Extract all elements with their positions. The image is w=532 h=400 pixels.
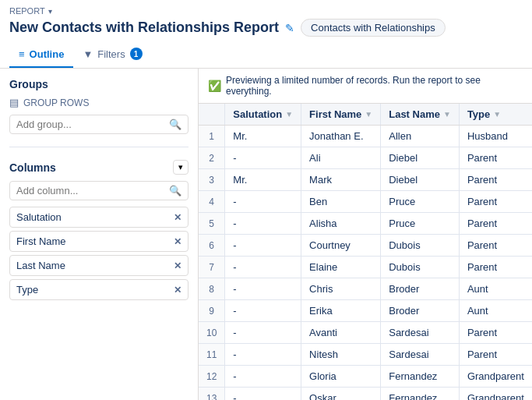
cell-firstname: Elaine bbox=[301, 257, 381, 278]
col-header-type[interactable]: Type ▼ bbox=[459, 104, 532, 126]
cell-salutation: - bbox=[225, 278, 301, 300]
cell-type: Parent bbox=[459, 213, 532, 235]
cell-firstname: Gloria bbox=[301, 366, 381, 388]
table-row: 8 - Chris Broder Aunt bbox=[199, 278, 532, 300]
row-number: 2 bbox=[199, 147, 225, 169]
columns-section: Columns ▾ 🔍 Salutation ✕ First Name ✕ La… bbox=[9, 160, 188, 300]
cell-salutation: - bbox=[225, 344, 301, 366]
section-divider bbox=[9, 147, 188, 147]
search-icon: 🔍 bbox=[169, 119, 181, 130]
cell-lastname: Allen bbox=[381, 126, 460, 147]
table-row: 6 - Courtney Dubois Parent bbox=[199, 235, 532, 257]
group-rows-label: ▤ GROUP ROWS bbox=[9, 97, 188, 108]
row-num-header bbox=[199, 104, 225, 126]
rows-icon: ▤ bbox=[9, 97, 19, 108]
remove-firstname-button[interactable]: ✕ bbox=[174, 236, 181, 247]
cell-lastname: Pruce bbox=[381, 191, 460, 213]
edit-icon[interactable]: ✎ bbox=[285, 22, 294, 34]
row-number: 8 bbox=[199, 278, 225, 300]
row-number: 13 bbox=[199, 388, 225, 401]
cell-lastname: Dubois bbox=[381, 257, 460, 278]
filter-count-badge: 1 bbox=[130, 48, 143, 60]
table-row: 1 Mr. Jonathan E. Allen Husband bbox=[199, 126, 532, 147]
cell-firstname: Ali bbox=[301, 147, 381, 169]
row-number: 9 bbox=[199, 300, 225, 322]
row-number: 12 bbox=[199, 366, 225, 388]
column-label: First Name bbox=[16, 235, 66, 247]
sort-icon-lastname: ▼ bbox=[443, 110, 451, 119]
cell-type: Grandparent bbox=[459, 366, 532, 388]
chevron-down-icon: ▾ bbox=[48, 7, 52, 16]
columns-title: Columns bbox=[9, 161, 56, 174]
data-table: Salutation ▼ First Name ▼ bbox=[199, 104, 532, 400]
main-layout: Groups ▤ GROUP ROWS 🔍 Columns ▾ bbox=[0, 69, 532, 400]
column-tag-salutation: Salutation ✕ bbox=[9, 207, 188, 228]
cell-salutation: - bbox=[225, 147, 301, 169]
cell-salutation: - bbox=[225, 257, 301, 278]
row-number: 7 bbox=[199, 257, 225, 278]
page-title: New Contacts with Relationships Report bbox=[9, 19, 279, 36]
preview-message: Previewing a limited number of records. … bbox=[226, 75, 523, 97]
check-circle-icon: ✅ bbox=[208, 80, 221, 92]
cell-type: Husband bbox=[459, 126, 532, 147]
contacts-badge[interactable]: Contacts with Relationships bbox=[301, 19, 446, 37]
remove-lastname-button[interactable]: ✕ bbox=[174, 260, 181, 271]
columns-dropdown-button[interactable]: ▾ bbox=[173, 160, 188, 175]
cell-lastname: Fernandez bbox=[381, 366, 460, 388]
cell-firstname: Alisha bbox=[301, 213, 381, 235]
filter-tab-icon: ▼ bbox=[83, 48, 93, 60]
table-row: 5 - Alisha Pruce Parent bbox=[199, 213, 532, 235]
tabs: ≡ Outline ▼ Filters 1 bbox=[9, 43, 523, 68]
tab-outline[interactable]: ≡ Outline bbox=[9, 43, 73, 68]
add-column-input[interactable] bbox=[16, 185, 164, 196]
cell-salutation: - bbox=[225, 322, 301, 344]
remove-type-button[interactable]: ✕ bbox=[174, 285, 181, 296]
cell-lastname: Broder bbox=[381, 300, 460, 322]
columns-header: Columns ▾ bbox=[9, 160, 188, 175]
row-number: 3 bbox=[199, 169, 225, 191]
col-header-lastname[interactable]: Last Name ▼ bbox=[381, 104, 460, 126]
sort-icon-firstname: ▼ bbox=[365, 110, 372, 119]
add-column-search[interactable]: 🔍 bbox=[9, 181, 188, 200]
tab-filters[interactable]: ▼ Filters 1 bbox=[73, 43, 151, 68]
groups-section: Groups ▤ GROUP ROWS 🔍 bbox=[9, 78, 188, 134]
column-label: Salutation bbox=[16, 211, 62, 223]
cell-firstname: Erika bbox=[301, 300, 381, 322]
remove-salutation-button[interactable]: ✕ bbox=[174, 212, 181, 223]
cell-salutation: Mr. bbox=[225, 169, 301, 191]
column-label: Type bbox=[16, 284, 38, 296]
row-number: 10 bbox=[199, 322, 225, 344]
cell-firstname: Oskar bbox=[301, 388, 381, 401]
cell-salutation: - bbox=[225, 235, 301, 257]
outline-tab-label: Outline bbox=[30, 48, 65, 60]
filter-tab-label: Filters bbox=[97, 48, 125, 60]
sidebar: Groups ▤ GROUP ROWS 🔍 Columns ▾ bbox=[0, 69, 199, 400]
table-row: 4 - Ben Pruce Parent bbox=[199, 191, 532, 213]
add-group-input[interactable] bbox=[16, 119, 164, 130]
cell-firstname: Jonathan E. bbox=[301, 126, 381, 147]
row-number: 1 bbox=[199, 126, 225, 147]
cell-salutation: - bbox=[225, 388, 301, 401]
cell-type: Parent bbox=[459, 235, 532, 257]
add-group-search[interactable]: 🔍 bbox=[9, 115, 188, 134]
table-row: 12 - Gloria Fernandez Grandparent bbox=[199, 366, 532, 388]
cell-lastname: Dubois bbox=[381, 235, 460, 257]
cell-firstname: Mark bbox=[301, 169, 381, 191]
groups-title: Groups bbox=[9, 78, 188, 90]
row-number: 11 bbox=[199, 344, 225, 366]
cell-salutation: - bbox=[225, 366, 301, 388]
column-label: Last Name bbox=[16, 260, 65, 271]
cell-lastname: Diebel bbox=[381, 169, 460, 191]
col-header-salutation[interactable]: Salutation ▼ bbox=[225, 104, 301, 126]
cell-lastname: Sardesai bbox=[381, 344, 460, 366]
cell-type: Grandparent bbox=[459, 388, 532, 401]
group-rows-text: GROUP ROWS bbox=[23, 97, 89, 108]
cell-type: Parent bbox=[459, 191, 532, 213]
outline-tab-icon: ≡ bbox=[19, 48, 25, 60]
col-header-firstname[interactable]: First Name ▼ bbox=[301, 104, 381, 126]
column-tag-type: Type ✕ bbox=[9, 279, 188, 300]
cell-lastname: Diebel bbox=[381, 147, 460, 169]
table-row: 11 - Nitesh Sardesai Parent bbox=[199, 344, 532, 366]
cell-type: Parent bbox=[459, 322, 532, 344]
search-icon-col: 🔍 bbox=[169, 185, 181, 196]
